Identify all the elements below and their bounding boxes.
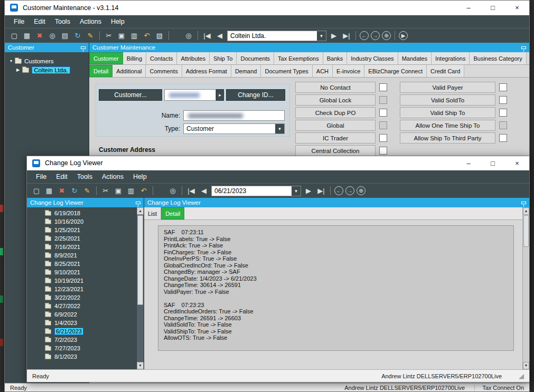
clipboard-icon[interactable]: ▧ — [154, 31, 165, 41]
date-item[interactable]: 6/21/2023 — [27, 327, 136, 336]
paste-icon[interactable]: ▥ — [126, 186, 136, 196]
detail-scrollbar[interactable]: ▲ ▼ — [522, 207, 529, 369]
tab[interactable]: Tax Exemptions — [274, 52, 323, 64]
back-icon[interactable]: ← — [334, 186, 343, 195]
menu-item[interactable]: Tools — [50, 16, 75, 27]
tab[interactable]: Address Format — [182, 65, 231, 77]
tab[interactable]: List — [144, 207, 161, 219]
tree-item-customers[interactable]: ▾ Customers — [7, 56, 87, 65]
grid-icon[interactable]: ▤ — [60, 31, 70, 41]
tab[interactable]: Contacts — [146, 52, 177, 64]
cut-icon[interactable]: ✂ — [104, 31, 114, 41]
maximize-button[interactable]: □ — [481, 156, 505, 170]
copy-icon[interactable]: ▣ — [113, 186, 124, 196]
date-item[interactable]: 10/16/2020 — [27, 217, 136, 226]
clean-icon[interactable]: ✎ — [85, 31, 96, 41]
tab[interactable]: Mandates — [398, 52, 432, 64]
tree-item-coltein[interactable]: ▶ Coltein Ltda. — [7, 65, 87, 74]
binoculars-icon[interactable]: ◎ — [47, 31, 58, 41]
expander-icon[interactable]: ▾ — [10, 59, 12, 63]
flag-checkbox[interactable] — [499, 121, 507, 129]
clean-icon[interactable]: ✎ — [82, 186, 92, 196]
menu-item[interactable]: Help — [128, 171, 152, 182]
date-item[interactable]: 7/16/2021 — [27, 243, 136, 251]
date-item[interactable]: 8/9/2021 — [27, 251, 136, 260]
menu-item[interactable]: Edit — [29, 16, 50, 27]
flag-checkbox[interactable] — [499, 134, 507, 142]
list-scrollbar[interactable]: ▲ ▼ — [136, 207, 144, 369]
menu-item[interactable]: Actions — [97, 171, 128, 182]
tab[interactable]: Banks — [323, 52, 348, 64]
undo-icon[interactable]: ↶ — [138, 186, 149, 196]
type-select[interactable]: Customer ▾ — [183, 123, 285, 134]
tab[interactable]: Documents — [237, 52, 274, 64]
nav-prev-icon[interactable]: ◀ — [214, 31, 225, 41]
back-icon[interactable]: ← — [360, 31, 369, 40]
flag-checkbox[interactable] — [499, 109, 507, 117]
tab[interactable]: Industry Classes — [347, 52, 398, 64]
menu-item[interactable]: Help — [106, 16, 129, 27]
tab[interactable]: Customer — [89, 52, 123, 64]
chevron-down-icon[interactable]: ▾ — [292, 186, 301, 196]
search-icon[interactable]: ◎ — [167, 186, 178, 196]
new-icon[interactable]: ▢ — [31, 186, 42, 196]
date-item[interactable]: 9/10/2021 — [27, 268, 136, 276]
delete-icon[interactable]: ✖ — [34, 31, 45, 41]
tab[interactable]: E-invoice — [333, 65, 364, 77]
tab[interactable]: Attributes — [177, 52, 209, 64]
scrollbar-track[interactable] — [523, 247, 529, 362]
record-combobox[interactable]: Coltein Ltda. ▾ — [227, 31, 326, 41]
date-item[interactable]: 10/19/2021 — [27, 276, 136, 285]
titlebar[interactable]: Customer Maintenance - v3.1.14 – □ × — [5, 1, 529, 15]
globe-icon[interactable]: ⊕ — [382, 31, 391, 40]
scrollbar-thumb[interactable] — [523, 215, 529, 247]
date-item[interactable]: 1/25/2021 — [27, 226, 136, 234]
forward-icon[interactable]: → — [371, 31, 380, 40]
nav-next-icon[interactable]: ▶ — [303, 186, 314, 196]
undo-icon[interactable]: ↶ — [142, 31, 152, 41]
date-item[interactable]: 8/1/2023 — [27, 352, 136, 361]
flag-checkbox[interactable] — [379, 121, 387, 129]
tab[interactable]: Ship To — [210, 52, 237, 64]
customer-button[interactable]: Customer... — [99, 89, 162, 101]
flag-checkbox[interactable] — [379, 147, 387, 155]
run-icon[interactable]: ▶ — [399, 31, 408, 40]
titlebar[interactable]: Change Log Viewer – □ × — [27, 156, 529, 170]
tab[interactable]: EBizCharge Connect — [364, 65, 427, 77]
tab[interactable]: Demand — [231, 65, 261, 77]
nav-last-icon[interactable]: ▶| — [341, 31, 352, 41]
date-item[interactable]: 7/2/2023 — [27, 336, 136, 344]
scroll-up-icon[interactable]: ▲ — [137, 207, 144, 215]
menu-item[interactable]: Actions — [75, 16, 106, 27]
menu-item[interactable]: Tools — [72, 171, 97, 182]
scrollbar-thumb[interactable] — [137, 215, 143, 305]
flag-checkbox[interactable] — [379, 134, 387, 142]
pin-icon[interactable] — [521, 46, 526, 49]
close-button[interactable]: × — [505, 1, 529, 15]
nav-prev-icon[interactable]: ◀ — [199, 186, 209, 196]
pin-icon[interactable] — [136, 202, 140, 204]
date-item[interactable]: 7/27/2023 — [27, 344, 136, 352]
menu-item[interactable]: File — [9, 16, 29, 27]
delete-icon[interactable]: ✖ — [57, 186, 67, 196]
date-item[interactable]: 8/25/2021 — [27, 260, 136, 268]
tab[interactable]: Billing — [123, 52, 146, 64]
search-icon[interactable]: ◎ — [183, 31, 194, 41]
scroll-down-icon[interactable]: ▼ — [523, 362, 529, 369]
refresh-icon[interactable]: ↻ — [72, 31, 83, 41]
date-combobox[interactable]: 06/21/2023 ▾ — [211, 186, 301, 196]
tab[interactable]: Document Types — [261, 65, 312, 77]
name-input[interactable] — [183, 110, 285, 121]
date-item[interactable]: 3/22/2022 — [27, 293, 136, 302]
nav-first-icon[interactable]: |◀ — [202, 31, 212, 41]
paste-icon[interactable]: ▥ — [129, 31, 139, 41]
resize-grip-icon[interactable]: ◢ — [519, 372, 524, 380]
tab[interactable]: Comments — [146, 65, 182, 77]
tab[interactable]: Detail — [89, 65, 113, 77]
scroll-down-icon[interactable]: ▼ — [137, 362, 144, 369]
tab[interactable]: Business Category — [470, 52, 526, 64]
flag-checkbox[interactable] — [379, 96, 387, 104]
minimize-button[interactable]: – — [456, 1, 481, 15]
customer-id-arrow-button[interactable]: ▸ — [216, 89, 224, 101]
flag-checkbox[interactable] — [379, 83, 387, 91]
